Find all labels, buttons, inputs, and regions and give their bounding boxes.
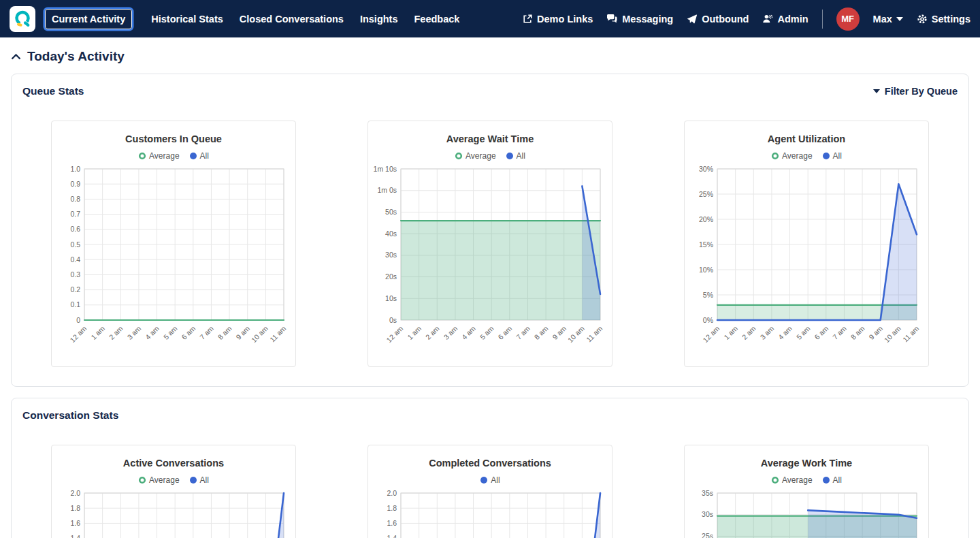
svg-text:0: 0 <box>76 316 80 324</box>
chart-legend[interactable]: AverageAll <box>52 475 295 485</box>
svg-text:7 am: 7 am <box>831 324 848 341</box>
collapse-chevron-up-icon[interactable] <box>11 54 21 60</box>
chart-legend[interactable]: AverageAll <box>685 475 928 485</box>
svg-text:4 am: 4 am <box>460 324 477 341</box>
chart-title: Active Conversations <box>52 458 295 469</box>
svg-text:2 am: 2 am <box>108 324 125 341</box>
svg-text:30s: 30s <box>702 510 713 518</box>
svg-text:20%: 20% <box>699 215 713 223</box>
svg-text:1.8: 1.8 <box>70 504 80 512</box>
svg-text:1.4: 1.4 <box>70 534 80 538</box>
admin-icon <box>762 14 773 24</box>
nav-demo-links[interactable]: Demo Links <box>522 14 593 25</box>
svg-text:3 am: 3 am <box>442 324 459 341</box>
nav-divider <box>822 10 823 29</box>
paper-plane-icon <box>687 14 698 25</box>
chart-plot: 00.20.40.60.81.01.21.41.61.82.012 am1 am… <box>368 486 612 538</box>
svg-text:0.8: 0.8 <box>70 195 80 203</box>
svg-text:10 am: 10 am <box>566 324 586 344</box>
nav-admin[interactable]: Admin <box>762 14 808 25</box>
svg-text:4 am: 4 am <box>777 324 794 341</box>
svg-text:7 am: 7 am <box>514 324 532 341</box>
quiq-logo[interactable] <box>10 6 35 32</box>
svg-text:2.0: 2.0 <box>70 489 80 497</box>
svg-text:8 am: 8 am <box>216 324 233 341</box>
svg-text:1.0: 1.0 <box>70 165 80 173</box>
conversation-stats-charts-row: Active Conversations AverageAll 00.20.40… <box>22 445 958 538</box>
svg-text:3 am: 3 am <box>758 324 775 341</box>
chart-plot: 0s5s10s15s20s25s30s35s12 am1 am2 am3 am4… <box>685 486 928 538</box>
avatar[interactable]: MF <box>836 7 860 31</box>
chart-completed-conversations: Completed Conversations All 00.20.40.60.… <box>368 445 612 538</box>
svg-text:12 am: 12 am <box>701 324 721 344</box>
nav-messaging-label: Messaging <box>622 14 673 25</box>
chart-agent-utilization: Agent Utilization AverageAll 0%5%10%15%2… <box>684 121 929 367</box>
svg-text:10 am: 10 am <box>883 324 902 344</box>
conversation-stats-card: Conversation Stats Active Conversations … <box>11 398 969 538</box>
filter-by-queue-label: Filter By Queue <box>885 86 958 97</box>
chevron-down-icon <box>896 17 903 21</box>
chart-legend[interactable]: AverageAll <box>368 151 612 161</box>
svg-text:5 am: 5 am <box>478 324 495 341</box>
user-menu[interactable]: Max <box>873 14 903 25</box>
svg-text:9 am: 9 am <box>234 324 251 341</box>
svg-text:6 am: 6 am <box>813 324 830 341</box>
chat-icon <box>606 14 618 24</box>
svg-text:1.6: 1.6 <box>387 519 397 527</box>
svg-text:8 am: 8 am <box>849 324 866 341</box>
chart-customers-in-queue: Customers In Queue AverageAll 00.10.20.3… <box>51 121 296 367</box>
nav-settings-label: Settings <box>932 14 970 25</box>
svg-text:6 am: 6 am <box>180 324 197 341</box>
chart-title: Agent Utilization <box>685 133 928 144</box>
user-name: Max <box>873 14 892 25</box>
svg-text:0.9: 0.9 <box>70 180 80 188</box>
svg-text:0.2: 0.2 <box>70 285 80 294</box>
primary-nav: Current Activity Historical Stats Closed… <box>45 9 459 29</box>
chart-plot: 0s10s20s30s40s50s1m 0s1m 10s12 am1 am2 a… <box>368 162 612 366</box>
filter-by-queue-dropdown[interactable]: Filter By Queue <box>873 86 958 97</box>
svg-text:2.0: 2.0 <box>387 489 397 497</box>
svg-text:1 am: 1 am <box>89 324 106 341</box>
nav-settings[interactable]: Settings <box>917 14 970 25</box>
svg-text:9 am: 9 am <box>867 324 884 341</box>
svg-text:5 am: 5 am <box>795 324 812 341</box>
chart-legend[interactable]: AverageAll <box>685 151 928 161</box>
svg-text:10 am: 10 am <box>250 324 270 344</box>
svg-text:6 am: 6 am <box>496 324 513 341</box>
external-link-icon <box>522 14 533 25</box>
svg-text:0%: 0% <box>703 316 713 324</box>
chart-plot: 00.20.40.60.81.01.21.41.61.82.012 am1 am… <box>52 486 295 538</box>
tab-insights[interactable]: Insights <box>360 14 398 25</box>
tab-current-activity[interactable]: Current Activity <box>45 9 132 29</box>
tab-closed-conversations[interactable]: Closed Conversations <box>240 14 344 25</box>
svg-text:20s: 20s <box>385 272 397 281</box>
queue-stats-charts-row: Customers In Queue AverageAll 00.10.20.3… <box>22 121 958 367</box>
section-header: Today's Activity <box>0 37 980 71</box>
svg-text:9 am: 9 am <box>551 324 568 341</box>
svg-text:30%: 30% <box>699 165 713 173</box>
nav-outbound[interactable]: Outbound <box>687 14 749 25</box>
quiq-logo-icon <box>10 6 35 32</box>
svg-text:1m 0s: 1m 0s <box>377 186 397 194</box>
tab-historical-stats[interactable]: Historical Stats <box>151 14 223 25</box>
chart-legend[interactable]: AverageAll <box>52 151 295 161</box>
conversation-stats-title: Conversation Stats <box>22 409 118 422</box>
nav-admin-label: Admin <box>777 14 808 25</box>
svg-text:12 am: 12 am <box>385 324 404 344</box>
gear-icon <box>917 14 928 25</box>
svg-text:0.5: 0.5 <box>70 240 80 249</box>
nav-outbound-label: Outbound <box>702 14 749 25</box>
queue-stats-card: Queue Stats Filter By Queue Customers In… <box>11 74 969 387</box>
chart-average-work-time: Average Work Time AverageAll 0s5s10s15s2… <box>684 445 929 538</box>
chart-legend[interactable]: All <box>368 475 612 485</box>
svg-text:1 am: 1 am <box>406 324 423 341</box>
chart-active-conversations: Active Conversations AverageAll 00.20.40… <box>51 445 296 538</box>
svg-text:25s: 25s <box>702 532 713 538</box>
svg-text:0.6: 0.6 <box>70 225 80 233</box>
svg-text:1.6: 1.6 <box>70 519 80 527</box>
nav-messaging[interactable]: Messaging <box>606 14 673 25</box>
svg-text:1.4: 1.4 <box>387 534 397 538</box>
svg-text:0s: 0s <box>389 316 397 324</box>
tab-feedback[interactable]: Feedback <box>414 14 460 25</box>
svg-text:4 am: 4 am <box>144 324 161 341</box>
